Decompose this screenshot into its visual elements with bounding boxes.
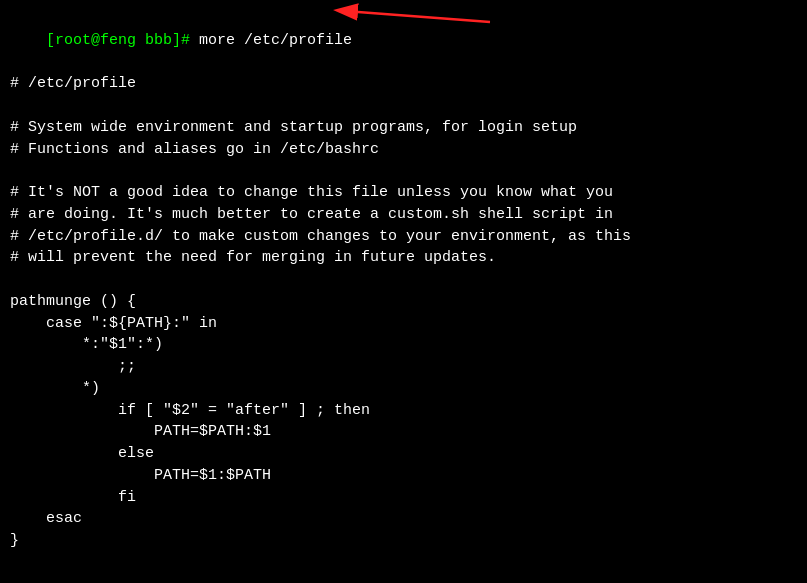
terminal-blank-line <box>10 574 797 584</box>
terminal-line: *:"$1":*) <box>10 334 797 356</box>
terminal-blank-line <box>10 95 797 117</box>
terminal-line: ;; <box>10 356 797 378</box>
terminal-line: # Functions and aliases go in /etc/bashr… <box>10 139 797 161</box>
terminal-line: # /etc/profile.d/ to make custom changes… <box>10 226 797 248</box>
terminal-line: } <box>10 530 797 552</box>
terminal-line: PATH=$PATH:$1 <box>10 421 797 443</box>
terminal-line: # are doing. It's much better to create … <box>10 204 797 226</box>
terminal-line: # will prevent the need for merging in f… <box>10 247 797 269</box>
terminal-line: pathmunge () { <box>10 291 797 313</box>
terminal-blank-line <box>10 160 797 182</box>
terminal-line: # It's NOT a good idea to change this fi… <box>10 182 797 204</box>
terminal-blank-line <box>10 269 797 291</box>
command-text: more /etc/profile <box>190 32 352 49</box>
prompt-text: [root@feng bbb]# <box>46 32 190 49</box>
terminal-prompt-line: [root@feng bbb]# more /etc/profile <box>10 8 797 73</box>
terminal-line: PATH=$1:$PATH <box>10 465 797 487</box>
terminal-line: # System wide environment and startup pr… <box>10 117 797 139</box>
terminal-line: esac <box>10 508 797 530</box>
terminal-line: if [ "$2" = "after" ] ; then <box>10 400 797 422</box>
terminal-blank-line <box>10 552 797 574</box>
terminal-line: # /etc/profile <box>10 73 797 95</box>
terminal-line: case ":${PATH}:" in <box>10 313 797 335</box>
terminal-line: *) <box>10 378 797 400</box>
terminal-window: [root@feng bbb]# more /etc/profile # /et… <box>0 0 807 583</box>
terminal-line: else <box>10 443 797 465</box>
terminal-line: fi <box>10 487 797 509</box>
